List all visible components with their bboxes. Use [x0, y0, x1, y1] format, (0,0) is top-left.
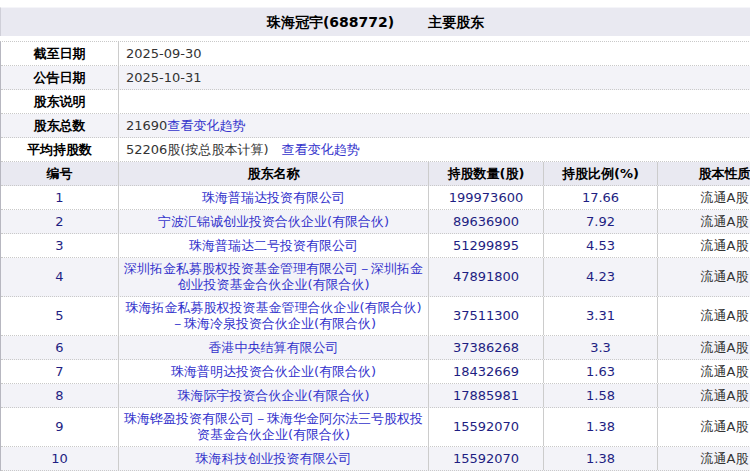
share-type-cell: 流通A股	[658, 447, 750, 470]
percent-cell: 3.31	[544, 297, 658, 335]
share-type-cell: 流通A股	[658, 258, 750, 296]
table-header-row: 编号 股东名称 持股数量(股) 持股比例(%) 股本性质	[1, 162, 750, 186]
info-value: 21690查看变化趋势	[119, 114, 750, 137]
table-row: 4 深圳拓金私募股权投资基金管理有限公司－深圳拓金创业投资基金合伙企业(有限合伙…	[1, 258, 750, 297]
info-value-text: 52206股(按总股本计算)	[126, 142, 282, 157]
table-row: 7 珠海普明达投资合伙企业(有限合伙) 18432669 1.63 流通A股	[1, 360, 750, 384]
table-row: 9 珠海铧盈投资有限公司－珠海华金阿尔法三号股权投资基金合伙企业(有限合伙) 1…	[1, 408, 750, 447]
row-number-cell: 8	[1, 384, 119, 407]
info-value: 2025-09-30	[119, 42, 750, 65]
table-row: 8 珠海际宇投资合伙企业(有限合伙) 17885981 1.58 流通A股	[1, 384, 750, 408]
info-row: 截至日期 2025-09-30	[1, 42, 750, 66]
row-number-cell: 9	[1, 408, 119, 446]
share-type-cell: 流通A股	[658, 297, 750, 335]
info-label: 截至日期	[1, 42, 119, 65]
page-title: 珠海冠宇(688772)主要股东	[0, 7, 750, 36]
table-row: 2 宁波汇锦诚创业投资合伙企业(有限合伙) 89636900 7.92 流通A股	[1, 210, 750, 234]
shareholder-name-link[interactable]: 珠海普明达投资合伙企业(有限合伙)	[119, 360, 429, 383]
table-row: 1 珠海普瑞达投资有限公司 199973600 17.66 流通A股	[1, 186, 750, 210]
row-number-cell: 7	[1, 360, 119, 383]
share-type-cell: 流通A股	[658, 336, 750, 359]
table-row: 3 珠海普瑞达二号投资有限公司 51299895 4.53 流通A股	[1, 234, 750, 258]
shareholder-name-link[interactable]: 香港中央结算有限公司	[119, 336, 429, 359]
share-type-cell: 流通A股	[658, 186, 750, 209]
info-value: 2025-10-31	[119, 66, 750, 89]
info-value-text: 2025-09-30	[126, 46, 202, 61]
view-trend-link[interactable]: 查看变化趋势	[282, 142, 360, 157]
shareholder-name-link[interactable]: 深圳拓金私募股权投资基金管理有限公司－深圳拓金创业投资基金合伙企业(有限合伙)	[119, 258, 429, 296]
shareholders-table: 编号 股东名称 持股数量(股) 持股比例(%) 股本性质 1 珠海普瑞达投资有限…	[0, 162, 750, 471]
percent-cell: 3.3	[544, 336, 658, 359]
table-row: 10 珠海科技创业投资有限公司 15592070 1.38 流通A股	[1, 447, 750, 471]
info-row: 平均持股数 52206股(按总股本计算) 查看变化趋势	[1, 138, 750, 162]
shares-cell: 17885981	[429, 384, 544, 407]
info-label: 公告日期	[1, 66, 119, 89]
row-number-cell: 2	[1, 210, 119, 233]
share-type-cell: 流通A股	[658, 234, 750, 257]
shareholders-panel: 珠海冠宇(688772)主要股东 截至日期 2025-09-30 公告日期 20…	[0, 0, 750, 471]
percent-cell: 4.23	[544, 258, 658, 296]
row-number-cell: 1	[1, 186, 119, 209]
info-row: 股东总数 21690查看变化趋势	[1, 114, 750, 138]
info-value-text: 21690	[126, 118, 167, 133]
shares-cell: 15592070	[429, 408, 544, 446]
shareholder-name-link[interactable]: 珠海铧盈投资有限公司－珠海华金阿尔法三号股权投资基金合伙企业(有限合伙)	[119, 408, 429, 446]
col-header-pct: 持股比例(%)	[544, 162, 658, 185]
col-header-name: 股东名称	[119, 162, 429, 185]
share-type-cell: 流通A股	[658, 210, 750, 233]
shares-cell: 37511300	[429, 297, 544, 335]
shareholder-name-link[interactable]: 珠海拓金私募股权投资基金管理合伙企业(有限合伙)－珠海冷泉投资合伙企业(有限合伙…	[119, 297, 429, 335]
col-header-no: 编号	[1, 162, 119, 185]
shares-cell: 51299895	[429, 234, 544, 257]
info-label: 股东总数	[1, 114, 119, 137]
shares-cell: 47891800	[429, 258, 544, 296]
row-number-cell: 10	[1, 447, 119, 470]
percent-cell: 1.63	[544, 360, 658, 383]
row-number-cell: 3	[1, 234, 119, 257]
shares-cell: 199973600	[429, 186, 544, 209]
percent-cell: 7.92	[544, 210, 658, 233]
percent-cell: 1.38	[544, 408, 658, 446]
share-type-cell: 流通A股	[658, 360, 750, 383]
col-header-type: 股本性质	[658, 162, 750, 185]
shares-cell: 89636900	[429, 210, 544, 233]
shareholder-name-link[interactable]: 宁波汇锦诚创业投资合伙企业(有限合伙)	[119, 210, 429, 233]
row-number-cell: 5	[1, 297, 119, 335]
info-label: 平均持股数	[1, 138, 119, 161]
info-label: 股东说明	[1, 90, 119, 113]
shareholder-name-link[interactable]: 珠海普瑞达投资有限公司	[119, 186, 429, 209]
info-value: 52206股(按总股本计算) 查看变化趋势	[119, 138, 750, 161]
shares-cell: 15592070	[429, 447, 544, 470]
info-value	[119, 90, 750, 113]
percent-cell: 17.66	[544, 186, 658, 209]
summary-info-table: 截至日期 2025-09-30 公告日期 2025-10-31 股东说明 股东总…	[0, 41, 750, 162]
col-header-shares: 持股数量(股)	[429, 162, 544, 185]
percent-cell: 1.58	[544, 384, 658, 407]
share-type-cell: 流通A股	[658, 384, 750, 407]
table-row: 5 珠海拓金私募股权投资基金管理合伙企业(有限合伙)－珠海冷泉投资合伙企业(有限…	[1, 297, 750, 336]
stock-title: 珠海冠宇(688772)	[267, 14, 394, 30]
view-trend-link[interactable]: 查看变化趋势	[167, 118, 245, 133]
info-row: 股东说明	[1, 90, 750, 114]
shareholder-name-link[interactable]: 珠海普瑞达二号投资有限公司	[119, 234, 429, 257]
row-number-cell: 6	[1, 336, 119, 359]
percent-cell: 1.38	[544, 447, 658, 470]
shares-cell: 18432669	[429, 360, 544, 383]
shareholder-name-link[interactable]: 珠海际宇投资合伙企业(有限合伙)	[119, 384, 429, 407]
section-title: 主要股东	[428, 14, 484, 30]
info-row: 公告日期 2025-10-31	[1, 66, 750, 90]
info-value-text: 2025-10-31	[126, 70, 202, 85]
percent-cell: 4.53	[544, 234, 658, 257]
table-row: 6 香港中央结算有限公司 37386268 3.3 流通A股	[1, 336, 750, 360]
shareholder-name-link[interactable]: 珠海科技创业投资有限公司	[119, 447, 429, 470]
shares-cell: 37386268	[429, 336, 544, 359]
row-number-cell: 4	[1, 258, 119, 296]
share-type-cell: 流通A股	[658, 408, 750, 446]
